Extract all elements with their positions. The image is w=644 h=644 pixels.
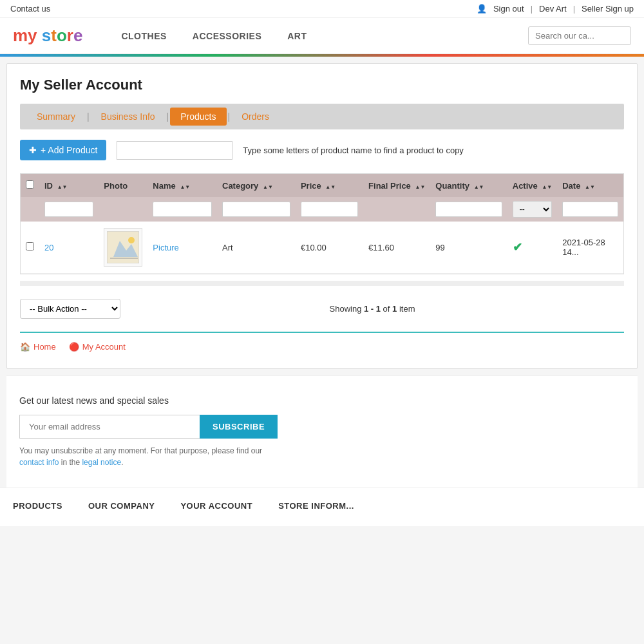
products-table: ID ▲▼ Photo Name ▲▼ Category ▲▼ Price ▲▼… bbox=[21, 174, 623, 274]
filter-final-price-cell bbox=[363, 197, 430, 222]
filter-category-input[interactable] bbox=[222, 202, 290, 217]
filter-quantity-input[interactable] bbox=[435, 202, 502, 217]
filter-price-input[interactable] bbox=[301, 202, 358, 217]
horizontal-scrollbar[interactable] bbox=[20, 281, 624, 286]
filter-row: -- Yes No bbox=[21, 197, 623, 222]
newsletter-section: Get our latest news and special sales SU… bbox=[6, 375, 638, 488]
newsletter-form: SUBSCRIBE bbox=[19, 415, 625, 439]
contact-link[interactable]: contact info bbox=[19, 458, 59, 467]
logo-t: t bbox=[51, 26, 57, 45]
col-quantity[interactable]: Quantity ▲▼ bbox=[430, 174, 507, 197]
products-tbody: 20 Picture Art €10.00 €11.60 99 ✔ 2021- bbox=[21, 222, 623, 274]
col-active[interactable]: Active ▲▼ bbox=[507, 174, 557, 197]
filter-id-input[interactable] bbox=[44, 202, 93, 217]
add-product-button[interactable]: ✚ + Add Product bbox=[20, 140, 106, 160]
add-product-row: ✚ + Add Product Type some letters of pro… bbox=[20, 140, 624, 160]
top-bar: Contact us 👤 Sign out | Dev Art | Seller… bbox=[0, 0, 644, 18]
row-checkbox-cell bbox=[21, 222, 39, 274]
row-photo bbox=[99, 222, 147, 274]
row-category: Art bbox=[217, 222, 296, 274]
table-row: 20 Picture Art €10.00 €11.60 99 ✔ 2021- bbox=[21, 222, 623, 274]
subscribe-button[interactable]: SUBSCRIBE bbox=[200, 415, 278, 439]
logo-e: e bbox=[73, 26, 82, 45]
bulk-action-select[interactable]: -- Bulk Action -- Delete selected Activa… bbox=[20, 299, 120, 319]
date-sort-icon: ▲▼ bbox=[585, 185, 595, 190]
col-date[interactable]: Date ▲▼ bbox=[557, 174, 623, 197]
header-checkbox-cell bbox=[21, 174, 39, 197]
filter-category-cell bbox=[217, 197, 296, 222]
nav-art[interactable]: ART bbox=[287, 31, 307, 41]
col-id[interactable]: ID ▲▼ bbox=[39, 174, 99, 197]
filter-active-select[interactable]: -- Yes No bbox=[513, 201, 552, 218]
copy-hint: Type some letters of product name to fin… bbox=[243, 146, 464, 155]
main-content: My Seller Account Summary | Business Inf… bbox=[6, 63, 638, 369]
row-name: Picture bbox=[147, 222, 217, 274]
seller-name[interactable]: Dev Art bbox=[539, 4, 567, 14]
logo-s: s bbox=[42, 26, 51, 45]
page-title: My Seller Account bbox=[20, 77, 624, 93]
logo-r: r bbox=[67, 26, 73, 45]
quantity-sort-icon: ▲▼ bbox=[474, 185, 484, 190]
tab-business-info[interactable]: Business Info bbox=[91, 108, 166, 126]
svg-point-2 bbox=[128, 237, 135, 243]
row-date: 2021-05-28 14... bbox=[557, 222, 623, 274]
tab-orders[interactable]: Orders bbox=[231, 108, 279, 126]
filter-quantity-cell bbox=[430, 197, 507, 222]
price-sort-icon: ▲▼ bbox=[325, 185, 336, 190]
col-name[interactable]: Name ▲▼ bbox=[147, 174, 217, 197]
product-name-link[interactable]: Picture bbox=[153, 243, 178, 252]
row-checkbox[interactable] bbox=[26, 242, 34, 251]
logo-o: o bbox=[57, 26, 67, 45]
footer-col-company: OUR COMPANY bbox=[88, 501, 155, 513]
home-icon: 🏠 bbox=[20, 342, 30, 352]
name-sort-icon: ▲▼ bbox=[180, 185, 190, 190]
search-input[interactable] bbox=[528, 26, 631, 45]
products-table-wrapper: ID ▲▼ Photo Name ▲▼ Category ▲▼ Price ▲▼… bbox=[20, 173, 624, 274]
col-category[interactable]: Category ▲▼ bbox=[217, 174, 296, 197]
signout-link[interactable]: Sign out bbox=[493, 4, 524, 14]
filter-photo-cell bbox=[99, 197, 147, 222]
product-id-link[interactable]: 20 bbox=[44, 243, 53, 252]
filter-name-input[interactable] bbox=[153, 202, 212, 217]
tab-summary[interactable]: Summary bbox=[26, 108, 86, 126]
filter-active-cell: -- Yes No bbox=[507, 197, 557, 222]
filter-date-input[interactable] bbox=[562, 202, 618, 217]
my-account-link[interactable]: 🔴 My Account bbox=[69, 342, 126, 352]
user-icon: 👤 bbox=[477, 4, 487, 14]
col-price[interactable]: Price ▲▼ bbox=[296, 174, 363, 197]
logo-space bbox=[37, 26, 42, 45]
nav-clothes[interactable]: CLOTHES bbox=[121, 31, 166, 41]
my-account-label: My Account bbox=[82, 342, 126, 352]
home-link[interactable]: 🏠 Home bbox=[20, 342, 56, 352]
footer-col-company-title: OUR COMPANY bbox=[88, 501, 155, 511]
newsletter-email-input[interactable] bbox=[19, 415, 200, 439]
active-check-icon: ✔ bbox=[513, 241, 522, 254]
newsletter-headline: Get our latest news and special sales bbox=[19, 395, 625, 406]
tab-sep-1: | bbox=[87, 111, 90, 122]
row-price: €10.00 bbox=[296, 222, 363, 274]
copy-search-input[interactable] bbox=[117, 141, 232, 160]
showing-text: Showing 1 - 1 of 1 item bbox=[330, 304, 415, 314]
logo[interactable]: my store bbox=[13, 26, 82, 46]
legal-notice-link[interactable]: legal notice bbox=[82, 458, 121, 467]
separator2: | bbox=[573, 4, 575, 14]
row-quantity: 99 bbox=[430, 222, 507, 274]
nav-accessories[interactable]: ACCESSORIES bbox=[193, 31, 261, 41]
select-all-checkbox[interactable] bbox=[26, 180, 34, 189]
home-label: Home bbox=[33, 342, 56, 352]
id-sort-icon: ▲▼ bbox=[57, 185, 68, 190]
main-nav: CLOTHES ACCESSORIES ART bbox=[121, 31, 528, 41]
row-final-price: €11.60 bbox=[363, 222, 430, 274]
footer-col-products-title: PRODUCTS bbox=[13, 501, 62, 511]
tab-products[interactable]: Products bbox=[170, 108, 226, 126]
account-icon: 🔴 bbox=[69, 342, 79, 352]
product-image bbox=[104, 228, 142, 267]
col-final-price[interactable]: Final Price ▲▼ bbox=[363, 174, 430, 197]
contact-us-link[interactable]: Contact us bbox=[10, 4, 50, 14]
category-sort-icon: ▲▼ bbox=[263, 185, 273, 190]
tab-sep-2: | bbox=[167, 111, 169, 122]
finalprice-sort-icon: ▲▼ bbox=[415, 185, 425, 190]
seller-signup-link[interactable]: Seller Sign up bbox=[582, 4, 634, 14]
add-product-label: + Add Product bbox=[41, 145, 97, 155]
bottom-controls: -- Bulk Action -- Delete selected Activa… bbox=[20, 292, 624, 325]
